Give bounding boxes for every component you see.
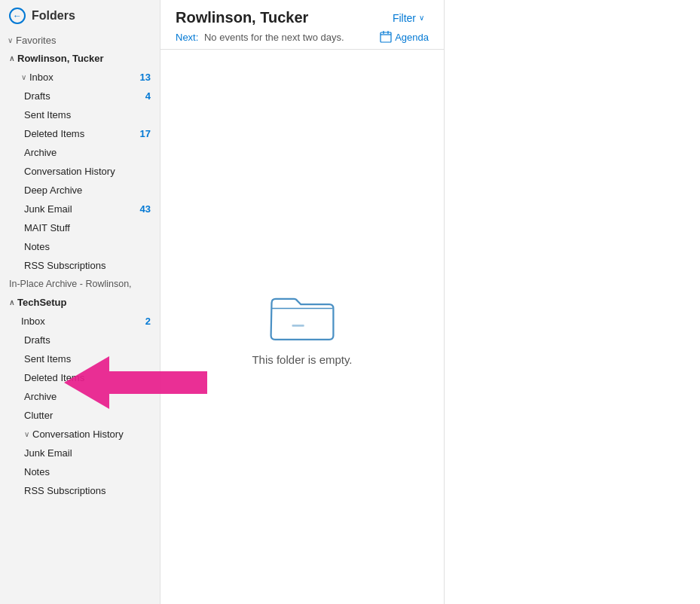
svg-rect-4 <box>292 325 304 327</box>
folder-label: Archive <box>24 391 57 402</box>
techsetup-folder-inbox[interactable]: Inbox 2 <box>0 312 160 331</box>
favorites-chevron: ∨ <box>8 36 13 44</box>
favorites-section[interactable]: ∨ Favorites <box>0 32 160 49</box>
folder-label: Drafts <box>24 90 50 102</box>
folder-junk-email[interactable]: Junk Email 43 <box>0 200 160 218</box>
folder-label: Sent Items <box>24 109 71 120</box>
right-panel <box>444 0 700 604</box>
techsetup-folder-sent[interactable]: Sent Items <box>0 349 160 368</box>
folder-sent-items[interactable]: Sent Items <box>0 105 160 124</box>
folder-label: Junk Email <box>24 203 72 215</box>
deleted-badge: 17 <box>136 128 151 139</box>
folder-label: Deleted Items <box>24 372 84 383</box>
filter-label: Filter <box>393 12 416 24</box>
folder-label: Deleted Items <box>24 128 84 139</box>
techsetup-chevron: ∧ <box>9 298 14 307</box>
folder-mait-stuff[interactable]: MAIT Stuff <box>0 218 160 237</box>
next-events: Next: No events for the next two days. <box>176 32 344 43</box>
folder-label: Conversation History <box>24 166 115 177</box>
folder-label: Deep Archive <box>24 185 82 196</box>
techsetup-folder-archive[interactable]: Archive <box>0 387 160 406</box>
techsetup-folder-conv-history[interactable]: ∨ Conversation History <box>0 425 160 444</box>
folders-title: Folders <box>32 9 75 23</box>
techsetup-folder-rss[interactable]: RSS Subscriptions <box>0 481 160 500</box>
folder-label: Inbox <box>29 72 53 83</box>
empty-folder-text: This folder is empty. <box>252 353 352 366</box>
empty-folder-icon <box>268 288 336 341</box>
inbox-badge: 13 <box>136 72 151 83</box>
main-panel: Rowlinson, Tucker Filter ∨ Next: No even… <box>160 0 444 604</box>
folder-label: Sent Items <box>24 353 71 365</box>
folder-label: RSS Subscriptions <box>24 260 105 271</box>
inbox-chevron: ∨ <box>21 73 26 81</box>
main-title: Rowlinson, Tucker <box>176 9 308 26</box>
account-rowlinson[interactable]: ∧ Rowlinson, Tucker <box>0 49 160 68</box>
agenda-text: No events for the next two days. <box>204 32 344 43</box>
techsetup-folder-notes[interactable]: Notes <box>0 462 160 481</box>
inplace-archive[interactable]: In-Place Archive - Rowlinson, <box>0 275 160 293</box>
account-name: Rowlinson, Tucker <box>17 53 104 64</box>
favorites-label: Favorites <box>16 35 56 46</box>
empty-folder-panel: This folder is empty. <box>160 50 444 604</box>
folder-conversation-history[interactable]: Conversation History <box>0 162 160 181</box>
svg-rect-0 <box>381 32 391 42</box>
folder-notes[interactable]: Notes <box>0 237 160 256</box>
sidebar: ← Folders ∨ Favorites ∧ Rowlinson, Tucke… <box>0 0 160 604</box>
account-chevron: ∧ <box>9 54 14 63</box>
main-header: Rowlinson, Tucker Filter ∨ Next: No even… <box>160 0 444 50</box>
agenda-label: Agenda <box>395 32 429 43</box>
techsetup-folder-drafts[interactable]: Drafts <box>0 331 160 349</box>
back-icon[interactable]: ← <box>9 8 26 24</box>
folder-deep-archive[interactable]: Deep Archive <box>0 181 160 200</box>
folder-label: Clutter <box>24 410 53 421</box>
folders-header[interactable]: ← Folders <box>0 0 160 32</box>
folder-inbox[interactable]: ∨ Inbox 13 <box>0 68 160 87</box>
techsetup-name: TechSetup <box>17 297 67 308</box>
folder-label: Inbox <box>21 316 45 327</box>
folder-label: MAIT Stuff <box>24 222 70 233</box>
next-label: Next: <box>176 32 198 43</box>
junk-badge: 43 <box>136 203 151 215</box>
calendar-icon <box>380 31 392 43</box>
techsetup-folder-deleted[interactable]: Deleted Items <box>0 368 160 387</box>
techsetup-inbox-badge: 2 <box>136 316 151 327</box>
agenda-button[interactable]: Agenda <box>380 31 429 43</box>
techsetup-folder-junk[interactable]: Junk Email <box>0 444 160 462</box>
folder-label: Drafts <box>24 334 50 346</box>
inplace-label: In-Place Archive - Rowlinson, <box>9 279 132 289</box>
folder-label: Junk Email <box>24 447 72 459</box>
folder-drafts[interactable]: Drafts 4 <box>0 87 160 105</box>
folder-rss-subscriptions[interactable]: RSS Subscriptions <box>0 256 160 275</box>
drafts-badge: 4 <box>136 90 151 102</box>
folder-label: Notes <box>24 241 50 252</box>
folder-deleted-items[interactable]: Deleted Items 17 <box>0 124 160 143</box>
folder-label: Notes <box>24 466 50 477</box>
folder-archive[interactable]: Archive <box>0 143 160 162</box>
filter-chevron: ∨ <box>419 14 424 22</box>
techsetup-folder-clutter[interactable]: Clutter <box>0 406 160 425</box>
account-techsetup[interactable]: ∧ TechSetup <box>0 293 160 312</box>
folder-label: Archive <box>24 147 57 158</box>
filter-button[interactable]: Filter ∨ <box>388 11 429 26</box>
folder-label: RSS Subscriptions <box>24 485 105 496</box>
conv-chevron: ∨ <box>24 430 29 438</box>
folder-label: Conversation History <box>32 429 124 440</box>
